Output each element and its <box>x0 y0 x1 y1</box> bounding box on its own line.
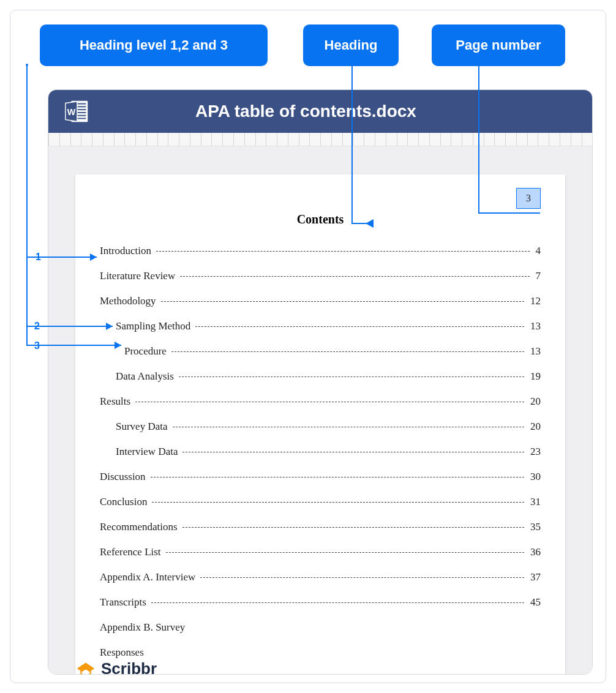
document-page: 3 Contents Introduction4Literature Revie… <box>75 174 565 674</box>
toc-entry-page: 19 <box>527 370 541 383</box>
toc-entry-label: Responses <box>100 646 146 659</box>
toc-leader-dots <box>182 452 524 452</box>
toc-entry: Literature Review7 <box>100 270 541 282</box>
toc-leader-dots <box>195 326 524 327</box>
toc-entry-label: Data Analysis <box>116 370 176 383</box>
toc-entry-label: Recommendations <box>100 521 180 533</box>
toc-entry-label: Interview Data <box>116 446 180 458</box>
toc-entry: Recommendations35 <box>100 521 541 533</box>
toc-entry-page: 37 <box>527 571 541 583</box>
toc-leader-dots <box>166 552 524 553</box>
level-marker-3: 3 <box>34 340 40 351</box>
toc-entry-page: 20 <box>527 421 541 433</box>
toc-leader-dots <box>171 351 524 352</box>
toc-entry-page: 20 <box>527 395 541 408</box>
toc-entry-page: 12 <box>527 295 541 307</box>
toc-entry-label: Conclusion <box>100 496 149 508</box>
label-heading: Heading <box>303 24 399 66</box>
toc-entry-label: Appendix B. Survey <box>100 621 187 634</box>
toc-entry-label: Procedure <box>124 345 169 358</box>
level-marker-1: 1 <box>36 252 41 263</box>
toc-leader-dots <box>179 376 524 377</box>
toc-entry-label: Literature Review <box>100 270 178 282</box>
page-number-box: 3 <box>516 188 541 209</box>
toc-entries: Introduction4Literature Review7Methodolo… <box>100 245 541 659</box>
toc-entry-label: Discussion <box>100 471 148 483</box>
document-window: W APA table of contents.docx 3 Contents … <box>48 89 593 675</box>
toc-leader-dots <box>151 477 524 478</box>
toc-entry-label: Appendix A. Interview <box>100 571 198 583</box>
document-header: W APA table of contents.docx <box>48 90 592 133</box>
toc-entry-label: Survey Data <box>116 421 170 433</box>
toc-entry-label: Introduction <box>100 245 154 257</box>
level-marker-2: 2 <box>34 321 40 332</box>
toc-entry-page: 35 <box>527 521 541 533</box>
toc-leader-dots <box>173 427 524 427</box>
toc-entry: Results20 <box>100 395 541 408</box>
toc-entry-page: 23 <box>527 446 541 458</box>
toc-entry-page: 45 <box>527 596 541 609</box>
toc-entry: Survey Data20 <box>100 421 541 433</box>
document-body: 3 Contents Introduction4Literature Revie… <box>48 146 592 674</box>
toc-entry-label: Transcripts <box>100 596 149 609</box>
toc-entry: Discussion30 <box>100 471 541 483</box>
toc-entry: Methodology12 <box>100 295 541 307</box>
toc-entry: Responses <box>100 646 541 659</box>
toc-entry-page: 13 <box>527 345 541 358</box>
toc-entry: Transcripts45 <box>100 596 541 609</box>
toc-entry: Conclusion31 <box>100 496 541 508</box>
toc-entry-page: 13 <box>527 320 541 332</box>
toc-entry-page: 7 <box>532 270 541 282</box>
toc-title: Contents <box>100 212 541 227</box>
toc-entry: Appendix A. Interview37 <box>100 571 541 583</box>
toc-entry: Interview Data23 <box>100 446 541 458</box>
toc-entry: Data Analysis19 <box>100 370 541 383</box>
brand-name: Scribbr <box>101 659 157 675</box>
toc-leader-dots <box>152 502 524 503</box>
toc-entry-page: 36 <box>527 546 541 558</box>
svg-text:W: W <box>67 107 76 117</box>
word-icon: W <box>63 97 91 125</box>
scribbr-logo: Scribbr <box>75 658 157 675</box>
toc-leader-dots <box>161 301 524 302</box>
brand-row: Scribbr <box>75 658 157 675</box>
scribbr-icon <box>75 658 96 675</box>
toc-leader-dots <box>156 251 529 252</box>
toc-leader-dots <box>135 402 524 402</box>
toc-leader-dots <box>151 602 524 603</box>
toc-entry: Appendix B. Survey <box>100 621 541 634</box>
toc-entry-label: Sampling Method <box>116 320 193 332</box>
toc-entry: Introduction4 <box>100 245 541 257</box>
toc-entry-label: Methodology <box>100 295 159 307</box>
toc-entry-page: 4 <box>532 245 541 257</box>
toc-entry: Reference List36 <box>100 546 541 558</box>
label-heading-levels: Heading level 1,2 and 3 <box>40 24 268 66</box>
labels-row: Heading level 1,2 and 3 Heading Page num… <box>40 24 598 66</box>
toc-entry-page: 30 <box>527 471 541 483</box>
ruler <box>48 133 592 146</box>
toc-entry: Procedure13 <box>100 345 541 358</box>
document-title: APA table of contents.docx <box>195 102 416 121</box>
label-page-number: Page number <box>432 24 565 66</box>
toc-leader-dots <box>200 577 524 578</box>
toc-entry-page: 31 <box>527 496 541 508</box>
toc-leader-dots <box>180 276 529 277</box>
toc-entry-label: Reference List <box>100 546 163 558</box>
toc-entry-label: Results <box>100 395 133 408</box>
toc-leader-dots <box>182 527 524 528</box>
toc-entry: Sampling Method13 <box>100 320 541 332</box>
